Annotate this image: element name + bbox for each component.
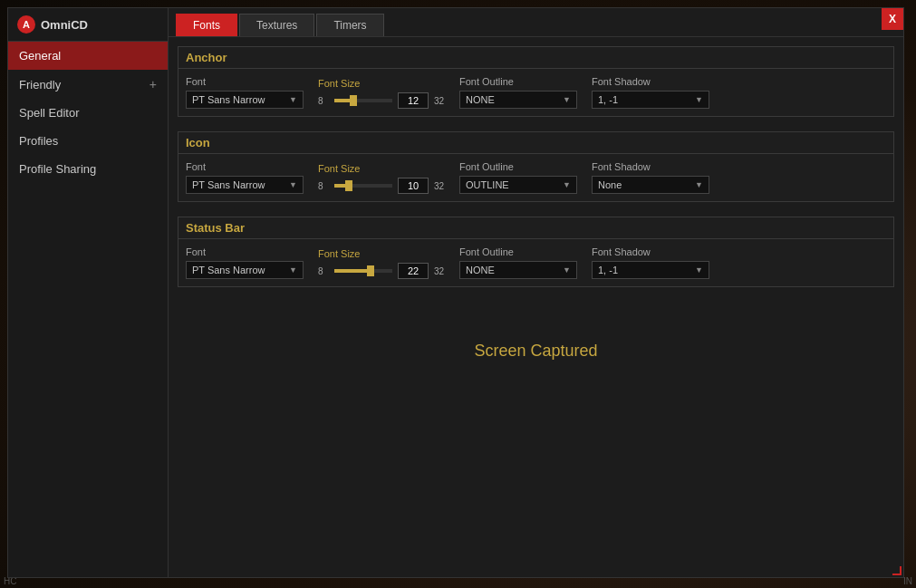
status-bar-body: Font PT Sans Narrow ▼ Font Size 8: [178, 239, 893, 286]
icon-outline-label: Font Outline: [459, 161, 577, 172]
sidebar-item-spell-editor[interactable]: Spell Editor: [8, 99, 168, 127]
dropdown-arrow-5: ▼: [563, 180, 571, 189]
dropdown-arrow-2: ▼: [563, 95, 571, 104]
icon-slider-thumb[interactable]: [345, 180, 352, 191]
icon-fontsize-group: Font Size 8 10 32: [318, 163, 445, 194]
anchor-font-dropdown[interactable]: PT Sans Narrow ▼: [186, 91, 304, 109]
statusbar-slider-thumb[interactable]: [367, 265, 374, 276]
anchor-header: Anchor: [178, 47, 893, 69]
logo-icon: A: [17, 15, 35, 34]
statusbar-font-dropdown[interactable]: PT Sans Narrow ▼: [186, 261, 304, 279]
dropdown-arrow-3: ▼: [695, 95, 703, 104]
icon-outline-group: Font Outline OUTLINE ▼: [459, 161, 577, 194]
main-panel: X Fonts Textures Timers Anchor Font PT S…: [169, 7, 904, 578]
statusbar-slider-min: 8: [318, 266, 329, 276]
anchor-font-label: Font: [186, 76, 304, 87]
plus-icon: +: [149, 77, 157, 92]
content-area: Anchor Font PT Sans Narrow ▼ Font Size: [169, 37, 903, 577]
icon-outline-dropdown[interactable]: OUTLINE ▼: [459, 176, 577, 194]
statusbar-slider-container: 8 22 32: [318, 263, 445, 279]
anchor-slider-min: 8: [318, 96, 329, 106]
icon-shadow-label: Font Shadow: [592, 161, 709, 172]
anchor-outline-label: Font Outline: [459, 76, 577, 87]
anchor-outline-dropdown[interactable]: NONE ▼: [459, 91, 577, 109]
icon-shadow-dropdown[interactable]: None ▼: [592, 176, 709, 194]
close-button[interactable]: X: [882, 8, 903, 30]
icon-shadow-group: Font Shadow None ▼: [592, 161, 709, 194]
anchor-slider-container: 8 12 32: [318, 92, 445, 109]
dropdown-arrow-7: ▼: [289, 265, 297, 275]
icon-fontsize-label: Font Size: [318, 163, 445, 174]
tab-bar: Fonts Textures Timers: [169, 8, 903, 37]
anchor-shadow-label: Font Shadow: [592, 76, 709, 87]
anchor-shadow-dropdown[interactable]: 1, -1 ▼: [592, 91, 709, 109]
statusbar-slider-fill: [334, 269, 371, 273]
anchor-fontsize-value[interactable]: 12: [398, 92, 429, 109]
icon-font-label: Font: [186, 161, 304, 172]
tab-timers[interactable]: Timers: [316, 14, 383, 36]
icon-font-group: Font PT Sans Narrow ▼: [186, 161, 304, 194]
statusbar-outline-group: Font Outline NONE ▼: [459, 246, 577, 279]
anchor-slider-track[interactable]: [334, 99, 392, 102]
sidebar-item-general[interactable]: General: [8, 42, 168, 70]
anchor-body: Font PT Sans Narrow ▼ Font Size 8: [178, 69, 893, 116]
statusbar-shadow-group: Font Shadow 1, -1 ▼: [592, 246, 709, 279]
statusbar-fontsize-label: Font Size: [318, 248, 445, 259]
icon-section: Icon Font PT Sans Narrow ▼ Font Size: [178, 131, 894, 202]
icon-fontsize-value[interactable]: 10: [398, 178, 429, 194]
icon-slider-min: 8: [318, 181, 329, 191]
anchor-outline-group: Font Outline NONE ▼: [459, 76, 577, 109]
dropdown-arrow: ▼: [289, 95, 297, 104]
screen-captured-text: Screen Captured: [178, 323, 894, 379]
dropdown-arrow-6: ▼: [695, 180, 703, 189]
anchor-section: Anchor Font PT Sans Narrow ▼ Font Size: [178, 46, 894, 117]
icon-header: Icon: [178, 132, 893, 154]
sidebar-item-profile-sharing[interactable]: Profile Sharing: [8, 155, 168, 183]
statusbar-shadow-dropdown[interactable]: 1, -1 ▼: [592, 261, 709, 279]
statusbar-outline-dropdown[interactable]: NONE ▼: [459, 261, 577, 279]
anchor-slider-thumb[interactable]: [350, 95, 357, 106]
tab-textures[interactable]: Textures: [239, 14, 314, 36]
icon-slider-track[interactable]: [334, 184, 392, 188]
icon-body: Font PT Sans Narrow ▼ Font Size 8: [178, 154, 893, 201]
statusbar-font-label: Font: [186, 246, 304, 257]
resize-handle[interactable]: [892, 566, 902, 575]
dropdown-arrow-9: ▼: [695, 265, 703, 275]
sidebar-nav: General Friendly + Spell Editor Profiles…: [8, 42, 168, 183]
anchor-font-group: Font PT Sans Narrow ▼: [186, 76, 304, 109]
dropdown-arrow-4: ▼: [289, 180, 297, 189]
icon-slider-container: 8 10 32: [318, 178, 445, 194]
anchor-shadow-group: Font Shadow 1, -1 ▼: [592, 76, 709, 109]
statusbar-fontsize-value[interactable]: 22: [398, 263, 429, 279]
statusbar-slider-track[interactable]: [334, 269, 392, 273]
logo-text: OmniCD: [41, 18, 88, 32]
app-logo: A OmniCD: [8, 8, 168, 42]
anchor-slider-max: 32: [434, 96, 445, 106]
sidebar-item-profiles[interactable]: Profiles: [8, 127, 168, 155]
statusbar-slider-max: 32: [434, 266, 445, 276]
anchor-fontsize-group: Font Size 8 12 32: [318, 78, 445, 109]
dropdown-arrow-8: ▼: [563, 265, 571, 275]
anchor-fontsize-label: Font Size: [318, 78, 445, 89]
statusbar-shadow-label: Font Shadow: [592, 246, 709, 257]
sidebar: A OmniCD General Friendly + Spell Editor…: [7, 7, 169, 578]
statusbar-fontsize-group: Font Size 8 22 32: [318, 248, 445, 279]
sidebar-item-friendly[interactable]: Friendly +: [8, 70, 168, 99]
statusbar-outline-label: Font Outline: [459, 246, 577, 257]
tab-fonts[interactable]: Fonts: [176, 14, 237, 36]
icon-slider-max: 32: [434, 181, 445, 191]
status-bar-section: Status Bar Font PT Sans Narrow ▼ Font Si…: [178, 217, 894, 287]
icon-font-dropdown[interactable]: PT Sans Narrow ▼: [186, 176, 304, 194]
status-bar-header: Status Bar: [178, 217, 893, 239]
statusbar-font-group: Font PT Sans Narrow ▼: [186, 246, 304, 279]
